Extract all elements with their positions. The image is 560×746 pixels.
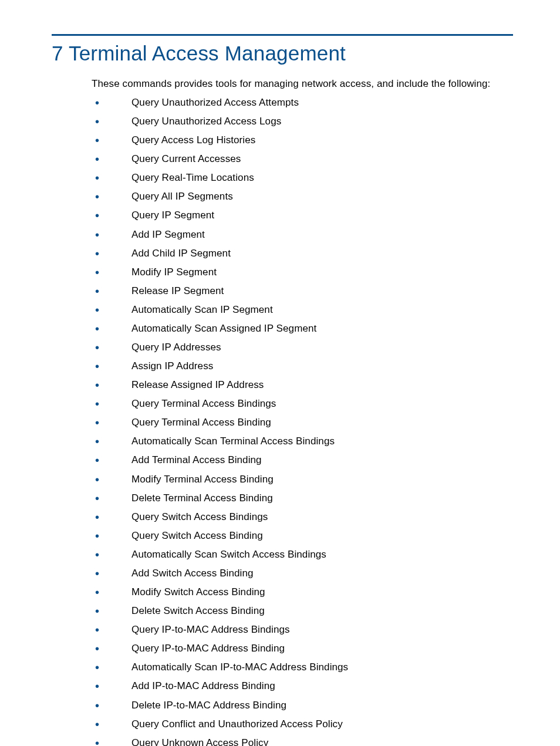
list-item: Release IP Segment xyxy=(92,285,513,297)
list-item: Query Terminal Access Binding xyxy=(92,417,513,428)
list-item: Query Switch Access Bindings xyxy=(92,511,513,523)
list-item: Automatically Scan IP Segment xyxy=(92,304,513,316)
list-item: Automatically Scan Switch Access Binding… xyxy=(92,549,513,561)
list-item: Query Conflict and Unauthorized Access P… xyxy=(92,718,513,730)
list-item: Modify Terminal Access Binding xyxy=(92,474,513,485)
list-item: Delete Terminal Access Binding xyxy=(92,492,513,504)
list-item: Query Terminal Access Bindings xyxy=(92,398,513,410)
intro-text: These commands provides tools for managi… xyxy=(92,78,513,90)
list-item: Modify IP Segment xyxy=(92,266,513,278)
list-item: Query IP-to-MAC Address Bindings xyxy=(92,624,513,636)
list-item: Query Real-Time Locations xyxy=(92,172,513,184)
list-item: Query Access Log Histories xyxy=(92,134,513,146)
list-item: Query Switch Access Binding xyxy=(92,530,513,542)
list-item: Automatically Scan Terminal Access Bindi… xyxy=(92,436,513,447)
list-item: Add Terminal Access Binding xyxy=(92,454,513,466)
list-item: Query Unauthorized Access Logs xyxy=(92,116,513,127)
list-item: Query IP Addresses xyxy=(92,342,513,353)
list-item: Add Child IP Segment xyxy=(92,248,513,259)
list-item: Automatically Scan IP-to-MAC Address Bin… xyxy=(92,661,513,673)
list-item: Automatically Scan Assigned IP Segment xyxy=(92,323,513,335)
list-item: Delete Switch Access Binding xyxy=(92,605,513,617)
list-item: Add Switch Access Binding xyxy=(92,568,513,579)
list-item: Add IP Segment xyxy=(92,229,513,241)
list-item: Release Assigned IP Address xyxy=(92,379,513,391)
list-item: Query Current Accesses xyxy=(92,153,513,165)
list-item: Delete IP-to-MAC Address Binding xyxy=(92,700,513,711)
top-rule xyxy=(52,34,513,36)
list-item: Query All IP Segments xyxy=(92,191,513,202)
page-title: 7 Terminal Access Management xyxy=(52,42,513,65)
list-item: Assign IP Address xyxy=(92,360,513,372)
list-item: Modify Switch Access Binding xyxy=(92,586,513,598)
list-item: Query IP-to-MAC Address Binding xyxy=(92,643,513,654)
list-item: Query IP Segment xyxy=(92,210,513,221)
list-item: Query Unknown Access Policy xyxy=(92,737,513,746)
list-item: Query Unauthorized Access Attempts xyxy=(92,97,513,109)
command-list: Query Unauthorized Access AttemptsQuery … xyxy=(92,97,513,746)
page: 7 Terminal Access Management These comma… xyxy=(0,0,560,746)
list-item: Add IP-to-MAC Address Binding xyxy=(92,680,513,692)
